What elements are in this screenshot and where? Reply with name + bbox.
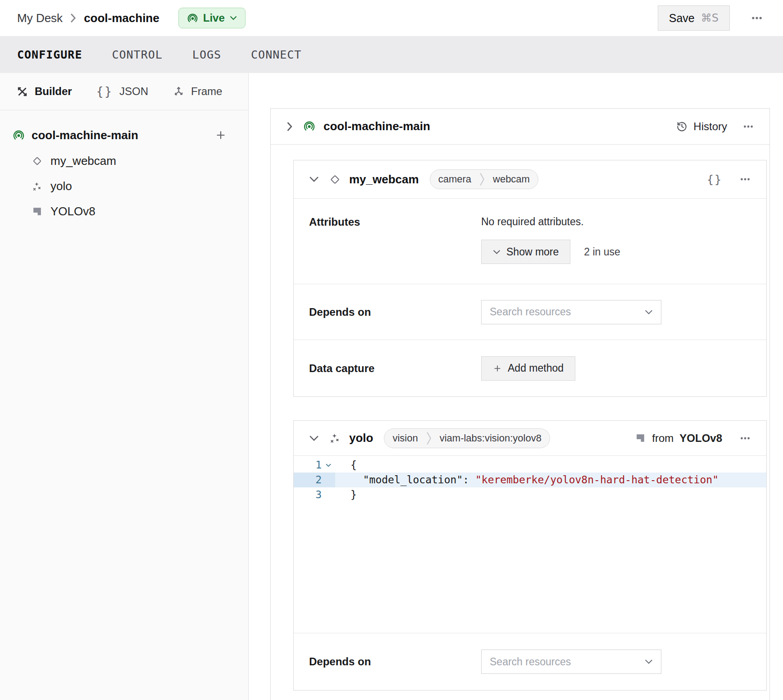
- depends-on-label: Depends on: [309, 306, 481, 318]
- line-number: 1: [294, 458, 322, 473]
- from-label: from: [652, 432, 674, 445]
- machine-part-header: cool-machine-main History: [271, 109, 769, 145]
- live-broadcast-icon: [13, 129, 25, 141]
- show-more-button[interactable]: Show more: [481, 240, 570, 264]
- config-view-switcher: Builder {} JSON Frame: [0, 73, 248, 110]
- live-broadcast-icon: [187, 13, 198, 24]
- view-frame-label: Frame: [191, 85, 222, 98]
- yolo-title: yolo: [349, 431, 373, 445]
- tree-item-yolov8-label: YOLOv8: [50, 205, 96, 218]
- tab-connect[interactable]: CONNECT: [251, 48, 301, 61]
- code-text: {: [335, 458, 357, 473]
- code-line-1: 1 {: [294, 458, 766, 473]
- depends-on-select[interactable]: Search resources: [481, 300, 661, 324]
- tag-chevron-icon: [426, 432, 432, 445]
- yolo-attributes-code-editor[interactable]: 1 { 2 "model_location": "keremberke/yolo…: [294, 455, 766, 633]
- code-line-3: 3 }: [294, 487, 766, 502]
- add-method-button[interactable]: Add method: [481, 356, 575, 381]
- select-chevron-down-icon: [645, 659, 653, 664]
- tree-item-main-part[interactable]: cool-machine-main: [0, 122, 248, 148]
- tree-item-yolov8-module[interactable]: YOLOv8: [0, 199, 248, 224]
- resource-tree: cool-machine-main my_webcam: [0, 110, 248, 224]
- history-clock-icon: [676, 120, 688, 132]
- vision-service-sparkles-icon: [329, 432, 341, 444]
- my-webcam-menu-kebab-icon[interactable]: [737, 172, 753, 187]
- depends-on-row: Depends on Search resources: [294, 284, 766, 340]
- save-button-label: Save: [669, 12, 695, 25]
- code-text: }: [335, 487, 357, 502]
- model-tag: viam-labs:vision:yolov8: [432, 432, 550, 444]
- add-method-label: Add method: [508, 362, 564, 374]
- breadcrumb-current: cool-machine: [84, 11, 159, 25]
- code-line-2: 2 "model_location": "keremberke/yolov8n-…: [294, 473, 766, 487]
- tab-configure[interactable]: CONFIGURE: [17, 48, 82, 61]
- line-number: 2: [294, 473, 322, 487]
- select-chevron-down-icon: [645, 309, 653, 315]
- module-icon: [32, 206, 43, 217]
- yolo-type-model-tag: vision viam-labs:vision:yolov8: [384, 428, 550, 448]
- type-tag: vision: [384, 432, 426, 444]
- machine-part-card: cool-machine-main History: [270, 108, 770, 700]
- yolo-card-header: yolo vision viam-labs:vision:yolov8: [294, 421, 766, 455]
- live-chevron-down-icon: [230, 15, 237, 21]
- configure-main-panel: cool-machine-main History: [249, 73, 783, 700]
- part-collapse-chevron-right-icon[interactable]: [284, 119, 295, 134]
- data-capture-row: Data capture Add method: [294, 340, 766, 396]
- my-webcam-type-model-tag: camera webcam: [430, 169, 538, 189]
- history-button[interactable]: History: [676, 120, 727, 133]
- tree-item-my-webcam-label: my_webcam: [50, 154, 116, 168]
- code-string-value: "keremberke/yolov8n-hard-hat-detection": [475, 474, 719, 486]
- tree-item-yolo[interactable]: yolo: [0, 173, 248, 199]
- save-button[interactable]: Save ⌘S: [658, 5, 730, 31]
- from-module-indicator: from YOLOv8: [635, 432, 722, 445]
- view-json[interactable]: {} JSON: [96, 85, 148, 98]
- tree-item-main-part-label: cool-machine-main: [32, 128, 138, 142]
- tab-logs[interactable]: LOGS: [192, 48, 221, 61]
- my-webcam-collapse-chevron-down-icon[interactable]: [307, 174, 321, 184]
- depends-on-label: Depends on: [309, 655, 481, 668]
- machine-tab-bar: CONFIGURE CONTROL LOGS CONNECT: [0, 36, 783, 73]
- show-more-chevron-down-icon: [493, 250, 501, 255]
- part-title: cool-machine-main: [323, 119, 430, 133]
- yolo-collapse-chevron-down-icon[interactable]: [307, 433, 321, 443]
- line-number: 3: [294, 487, 322, 502]
- camera-component-diamond-icon: [329, 173, 341, 186]
- part-menu-kebab-icon[interactable]: [741, 119, 756, 134]
- breadcrumb-parent[interactable]: My Desk: [17, 11, 63, 25]
- data-capture-label: Data capture: [309, 362, 481, 375]
- depends-on-row: Depends on Search resources: [294, 633, 766, 690]
- machine-menu-kebab-icon[interactable]: [748, 9, 766, 27]
- attributes-label: Attributes: [309, 216, 481, 264]
- builder-tools-icon: [16, 86, 28, 98]
- tree-item-my-webcam[interactable]: my_webcam: [0, 148, 248, 173]
- tag-chevron-icon: [479, 173, 485, 186]
- module-icon: [635, 432, 646, 444]
- resource-card-my-webcam: my_webcam camera webcam {}: [293, 160, 767, 397]
- yolo-menu-kebab-icon[interactable]: [737, 431, 753, 446]
- configure-sidebar: Builder {} JSON Frame: [0, 73, 249, 700]
- view-frame[interactable]: Frame: [173, 85, 222, 98]
- frame-axes-icon: [173, 86, 185, 98]
- tab-control[interactable]: CONTROL: [112, 48, 162, 61]
- depends-on-select[interactable]: Search resources: [481, 650, 661, 674]
- code-fold-chevron-icon[interactable]: [322, 458, 335, 473]
- camera-component-diamond-icon: [32, 155, 43, 167]
- depends-on-placeholder: Search resources: [490, 656, 571, 668]
- model-tag: webcam: [485, 173, 538, 185]
- machine-status-live-button[interactable]: Live: [178, 8, 246, 28]
- code-key: "model_location": [363, 474, 463, 486]
- attributes-empty-text: No required attributes.: [481, 216, 751, 228]
- live-broadcast-icon: [303, 120, 315, 132]
- breadcrumb-chevron-icon: [70, 13, 77, 23]
- history-label: History: [693, 120, 727, 133]
- save-shortcut: ⌘S: [701, 12, 719, 24]
- plus-icon: [493, 364, 502, 373]
- from-module-name: YOLOv8: [679, 432, 722, 445]
- depends-on-placeholder: Search resources: [490, 306, 571, 318]
- type-tag: camera: [430, 173, 479, 185]
- curly-braces-icon: {}: [96, 85, 113, 98]
- view-builder[interactable]: Builder: [16, 85, 72, 98]
- my-webcam-title: my_webcam: [349, 173, 419, 186]
- add-resource-plus-icon[interactable]: [213, 127, 228, 143]
- my-webcam-json-toggle-icon[interactable]: {}: [707, 173, 722, 186]
